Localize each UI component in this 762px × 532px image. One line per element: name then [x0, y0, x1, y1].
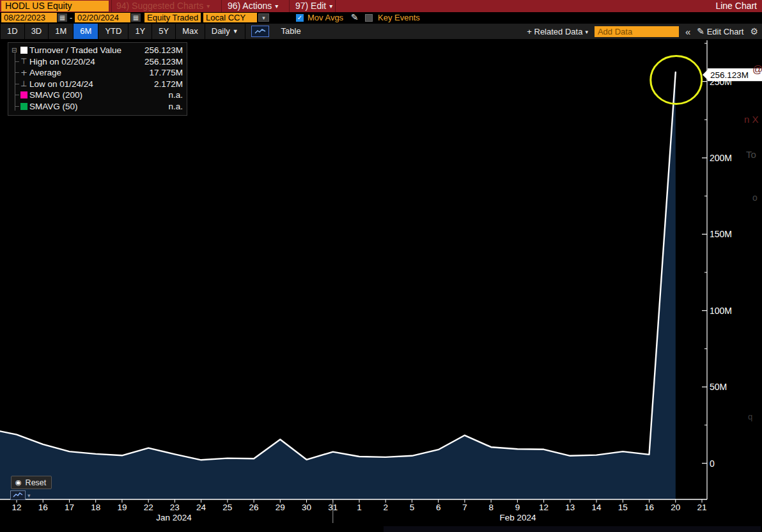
chart-type-button[interactable] [251, 26, 269, 37]
tree-stub [15, 95, 19, 95]
start-date-field[interactable]: 08/22/2023 [1, 13, 57, 22]
menu-actions[interactable]: 96) Actions▾ [228, 0, 278, 12]
x-tick-label: 15 [618, 503, 628, 512]
dropdown-arrow-icon: ▼ [233, 28, 238, 35]
date-range-separator: - [70, 13, 72, 22]
legend-row-smavg200[interactable]: SMAVG (200) n.a. [11, 90, 183, 101]
x-tick-label: 24 [196, 503, 206, 512]
x-tick-label: 1 [357, 503, 362, 512]
y-axis-label: 200M [710, 153, 732, 163]
x-tick-label: 19 [117, 503, 127, 512]
month-label: Feb 2024 [499, 513, 536, 522]
divider [221, 0, 222, 12]
smavg50-marker-icon [20, 103, 27, 110]
range-button-5y[interactable]: 5Y [152, 24, 176, 39]
range-button-1d[interactable]: 1D [0, 24, 25, 39]
line-chart-icon [254, 28, 266, 35]
pencil-icon: ✎ [697, 26, 704, 36]
title-bar: HODL US Equity 94) Suggested Charts▾ 96)… [0, 0, 762, 12]
x-tick-label: 17 [65, 503, 74, 512]
range-button-1m[interactable]: 1M [49, 24, 74, 39]
key-events-label[interactable]: Key Events [378, 13, 420, 22]
key-events-checkbox[interactable] [365, 14, 373, 22]
legend-value: 2.172M [133, 79, 183, 89]
bloomberg-terminal-chart-window: 050M100M150M200M250M12161718192223242526… [0, 0, 762, 532]
x-tick-label: 16 [644, 503, 654, 512]
calendar-icon[interactable]: ▦ [58, 13, 67, 22]
mov-avgs-checkbox[interactable]: ✓ [296, 14, 304, 22]
range-button-6m[interactable]: 6M [74, 24, 98, 39]
legend-row-turnover[interactable]: ⊟ Turnover / Traded Value 256.123M [11, 45, 183, 56]
legend-row-low[interactable]: ⊥ Low on 01/24/24 2.172M [11, 79, 183, 90]
calendar-icon[interactable]: ▦ [131, 13, 141, 22]
range-button-1y[interactable]: 1Y [128, 24, 152, 39]
x-tick-label: 29 [276, 503, 285, 512]
legend-label: SMAVG (50) [29, 102, 133, 111]
mini-chart-type-button[interactable]: ▾ [10, 490, 31, 500]
end-date-field[interactable]: 02/20/2024 [75, 13, 130, 22]
dropdown-arrow-icon: ▾ [206, 3, 210, 10]
legend-tree-rail [15, 52, 15, 111]
x-tick-label: 8 [488, 503, 494, 512]
edit-chart-button[interactable]: ✎ Edit Chart [697, 26, 743, 37]
legend-row-high[interactable]: ⊤ High on 02/20/24 256.123M [11, 56, 183, 68]
x-tick-label: 25 [222, 503, 232, 512]
reset-zoom-button[interactable]: ◉ Reset [11, 476, 52, 489]
collapse-panel-button[interactable]: « [685, 26, 690, 37]
currency-field[interactable]: Local CCY [203, 13, 257, 22]
divider [111, 0, 112, 12]
range-button-3d[interactable]: 3D [25, 24, 49, 39]
related-data-label: + Related Data [527, 27, 582, 36]
range-button-max[interactable]: Max [176, 24, 205, 39]
ghost-text-fragment: n X [744, 114, 759, 125]
x-tick-label: 6 [436, 503, 441, 512]
menu-label: 97) Edit [295, 1, 326, 11]
toolbar-right-group: + Related Data▾ Add Data « ✎ Edit Chart … [527, 26, 758, 37]
x-tick-label: 7 [462, 503, 467, 512]
pencil-icon[interactable]: ✎ [351, 12, 359, 23]
legend-row-smavg50[interactable]: SMAVG (50) n.a. [11, 101, 183, 113]
x-tick-label: 12 [539, 503, 548, 512]
x-tick-label: 20 [671, 503, 680, 512]
gear-icon[interactable]: ⚙ [750, 26, 758, 36]
x-tick-label: 12 [12, 503, 21, 512]
dropdown-arrow-icon: ▾ [275, 3, 278, 10]
range-button-ytd[interactable]: YTD [98, 24, 128, 39]
legend-label: SMAVG (200) [29, 90, 133, 100]
menu-suggested-charts[interactable]: 94) Suggested Charts▾ [116, 0, 210, 12]
x-tick-label: 14 [592, 503, 602, 512]
x-tick-label: 9 [515, 503, 520, 512]
legend-value: 17.775M [133, 68, 183, 77]
chart-legend: ⊟ Turnover / Traded Value 256.123M ⊤ Hig… [8, 42, 187, 116]
ghost-text-fragment: @ [752, 64, 762, 75]
add-data-input[interactable]: Add Data [595, 26, 679, 37]
series-marker-icon [20, 47, 27, 54]
price-line [0, 72, 676, 460]
menu-edit[interactable]: 97) Edit▾ [295, 0, 332, 12]
legend-row-average[interactable]: + Average 17.775M [11, 67, 183, 79]
edit-chart-label: Edit Chart [707, 27, 744, 36]
dropdown-arrow-icon: ▾ [27, 492, 31, 499]
mov-avgs-label[interactable]: Mov Avgs [307, 13, 343, 22]
x-tick-label: 26 [249, 503, 259, 512]
menu-label: 94) Suggested Charts [116, 1, 203, 11]
legend-label: Average [29, 68, 133, 77]
spike-highlight-circle [651, 56, 702, 104]
security-ticker-field[interactable]: HODL US Equity [1, 1, 109, 12]
legend-value: 256.123M [133, 57, 183, 66]
ghost-text-fragment: o [752, 192, 758, 203]
table-button[interactable]: Table [275, 24, 307, 39]
tree-stub [15, 61, 19, 62]
x-tick-label: 5 [410, 503, 415, 512]
related-data-dropdown[interactable]: + Related Data▾ [527, 27, 588, 36]
y-axis-label: 0 [710, 458, 715, 469]
tree-stub [15, 72, 19, 73]
x-tick-label: 30 [302, 503, 311, 512]
smavg200-marker-icon [20, 91, 27, 98]
area-fill [0, 72, 676, 499]
y-axis-label: 50M [710, 382, 727, 392]
period-dropdown[interactable]: Daily▼ [205, 24, 245, 39]
security-type-field[interactable]: Equity Traded [144, 13, 201, 22]
reset-label: Reset [26, 478, 47, 487]
currency-dropdown-button[interactable]: ▾ [258, 13, 269, 22]
